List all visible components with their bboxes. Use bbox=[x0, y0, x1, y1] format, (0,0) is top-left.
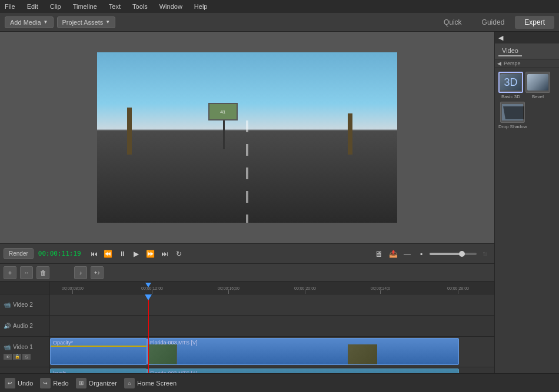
effect-basic3d-container: 3D Basic 3D bbox=[498, 72, 523, 99]
track-row-audio2[interactable] bbox=[50, 316, 494, 337]
timeline-tracks: 📹 Video 2 🔊 Audio 2 📹 Video 1 bbox=[0, 282, 494, 373]
panel-tab-video[interactable]: Video bbox=[498, 46, 522, 56]
menu-help[interactable]: Help bbox=[192, 2, 210, 11]
main-content: 41 Render 00;00;11;19 ⏮ ⏪ ⏸ ▶ ⏩ ⏭ ↻ bbox=[0, 32, 559, 373]
ruler-mark-0: 00;00;08;00 bbox=[62, 286, 84, 294]
redo-label: Redo bbox=[53, 380, 68, 387]
bottom-bar: ↩ Undo ↪ Redo ⊞ Organizer ⌂ Home Screen bbox=[0, 373, 559, 392]
menu-clip[interactable]: Clip bbox=[48, 2, 64, 11]
organizer-button[interactable]: ⊞ Organizer bbox=[76, 378, 117, 388]
preview-area: 41 bbox=[0, 32, 494, 243]
organizer-icon: ⊞ bbox=[76, 378, 86, 388]
opacity-yellow-line bbox=[51, 346, 147, 347]
palm-tree-right bbox=[348, 113, 352, 155]
video1-eye-button[interactable]: 👁 bbox=[4, 354, 12, 360]
audio2-icon: 🔊 bbox=[4, 323, 11, 329]
mute-button[interactable]: — bbox=[401, 248, 413, 260]
vol-up-icon: ◾ bbox=[479, 248, 491, 260]
effect-dropshadow-label: Drop Shadow bbox=[498, 124, 527, 129]
effects-row-1: 3D Basic 3D Bevel bbox=[498, 72, 555, 99]
effects-row-2: Drop Shadow bbox=[498, 102, 555, 129]
go-to-end-button[interactable]: ⏭ bbox=[159, 248, 171, 260]
volume-slider[interactable] bbox=[430, 253, 477, 255]
add-track-button[interactable]: + bbox=[4, 266, 16, 279]
undo-button[interactable]: ↩ Undo bbox=[5, 378, 33, 388]
volume-fill bbox=[430, 253, 460, 255]
effect-dropshadow-container: Drop Shadow bbox=[498, 102, 527, 129]
video1-lock-button[interactable]: 🔒 bbox=[13, 354, 21, 360]
menu-window[interactable]: Window bbox=[157, 2, 185, 11]
track-row-video1[interactable]: Opacity* Florida-003.MTS [V] bbox=[50, 337, 494, 367]
road-marking bbox=[246, 120, 248, 223]
audio-track-button[interactable]: ♪ bbox=[74, 266, 87, 279]
dropshadow-preview bbox=[502, 104, 523, 120]
pause-button[interactable]: ⏸ bbox=[117, 248, 128, 260]
effect-bevel-label: Bevel bbox=[532, 94, 544, 99]
add-media-button[interactable]: Add Media ▼ bbox=[5, 16, 54, 28]
clip-level-label: level* bbox=[53, 370, 66, 373]
bevel-preview bbox=[527, 74, 548, 91]
clip-opacity[interactable]: Opacity* bbox=[50, 338, 147, 365]
play-button[interactable]: ▶ bbox=[131, 248, 142, 260]
vol-down-icon: ▪ bbox=[415, 248, 427, 260]
export-button[interactable]: 📤 bbox=[387, 248, 399, 260]
top-toolbar: Add Media ▼ Project Assets ▼ Quick Guide… bbox=[0, 13, 559, 32]
timeline-ruler: 00;00;08;00 00;00;12;00 00;00;16;00 bbox=[50, 282, 494, 294]
panel-sub-bar: ◀ Perspe bbox=[495, 59, 559, 68]
street-scene: 41 bbox=[97, 52, 397, 223]
ripple-button[interactable]: ↔ bbox=[20, 266, 33, 279]
tab-quick[interactable]: Quick bbox=[434, 16, 471, 29]
collapse-icon: ◀ bbox=[498, 34, 503, 42]
right-panel: ◀ Video ◀ Perspe 3D Basic 3D bbox=[494, 32, 559, 373]
video1-icon: 📹 bbox=[4, 344, 11, 350]
panel-collapse-top[interactable]: ◀ bbox=[495, 32, 559, 43]
menu-file[interactable]: File bbox=[2, 2, 18, 11]
project-assets-button[interactable]: Project Assets ▼ bbox=[57, 16, 116, 28]
video-preview: 41 bbox=[97, 52, 397, 223]
clip-florida-audio[interactable]: Florida-003.MTS [A] bbox=[147, 368, 459, 373]
panel-sub-label: Perspe bbox=[504, 61, 521, 66]
tab-expert[interactable]: Expert bbox=[515, 16, 554, 29]
delete-button[interactable]: 🗑 bbox=[36, 266, 49, 279]
redo-icon: ↪ bbox=[40, 378, 51, 388]
loop-button[interactable]: ↻ bbox=[173, 248, 185, 260]
menu-edit[interactable]: Edit bbox=[25, 2, 41, 11]
step-frame-forward-button[interactable]: ⏩ bbox=[145, 248, 157, 260]
clip-florida-video[interactable]: Florida-003.MTS [V] bbox=[147, 338, 459, 365]
track-row-audio1[interactable]: level* Florida-003.MTS [A] bbox=[50, 367, 494, 373]
video-thumbnail-1 bbox=[148, 344, 177, 364]
step-back-button[interactable]: ⏪ bbox=[102, 248, 114, 260]
redo-button[interactable]: ↪ Redo bbox=[40, 378, 68, 388]
render-button[interactable]: Render bbox=[4, 248, 34, 259]
track-label-audio2: 🔊 Audio 2 bbox=[0, 316, 49, 337]
tracks-body: Opacity* Florida-003.MTS [V] bbox=[50, 294, 494, 373]
clip-level[interactable]: level* bbox=[50, 368, 147, 373]
timeline-toolbar: + ↔ 🗑 ♪ +♪ bbox=[0, 264, 494, 282]
effect-dropshadow-thumb[interactable] bbox=[500, 102, 525, 123]
effect-bevel-thumb[interactable] bbox=[525, 72, 550, 93]
volume-thumb bbox=[459, 251, 465, 257]
track-row-video2[interactable] bbox=[50, 294, 494, 316]
video1-solo-button[interactable]: S bbox=[22, 354, 31, 360]
effect-basic3d-thumb[interactable]: 3D bbox=[498, 72, 523, 93]
ruler-mark-4: 00;00;24;0 bbox=[371, 286, 390, 294]
ruler-mark-1: 00;00;12;00 bbox=[141, 286, 163, 294]
project-assets-arrow-icon: ▼ bbox=[105, 19, 110, 25]
home-screen-button[interactable]: ⌂ Home Screen bbox=[124, 378, 177, 388]
track-labels: 📹 Video 2 🔊 Audio 2 📹 Video 1 bbox=[0, 282, 50, 373]
transport-bar: Render 00;00;11;19 ⏮ ⏪ ⏸ ▶ ⏩ ⏭ ↻ 🖥 📤 — ▪ bbox=[0, 244, 494, 264]
panel-collapse-left[interactable]: ◀ bbox=[497, 61, 501, 66]
timeline-content: 00;00;08;00 00;00;12;00 00;00;16;00 bbox=[50, 282, 494, 373]
menu-timeline[interactable]: Timeline bbox=[71, 2, 99, 11]
monitor-button[interactable]: 🖥 bbox=[373, 248, 385, 260]
tab-guided[interactable]: Guided bbox=[473, 16, 514, 29]
menu-tools[interactable]: Tools bbox=[130, 2, 150, 11]
menu-text[interactable]: Text bbox=[107, 2, 123, 11]
menu-bar: File Edit Clip Timeline Text Tools Windo… bbox=[0, 0, 559, 13]
go-to-start-button[interactable]: ⏮ bbox=[88, 248, 100, 260]
track-label-video1: 📹 Video 1 👁 🔒 S bbox=[0, 337, 49, 367]
basic3d-preview: 3D bbox=[500, 74, 521, 91]
panel-tab-bar: Video bbox=[495, 43, 559, 59]
add-audio-button[interactable]: +♪ bbox=[91, 266, 104, 279]
timecode-display: 00;00;11;19 bbox=[38, 250, 81, 257]
